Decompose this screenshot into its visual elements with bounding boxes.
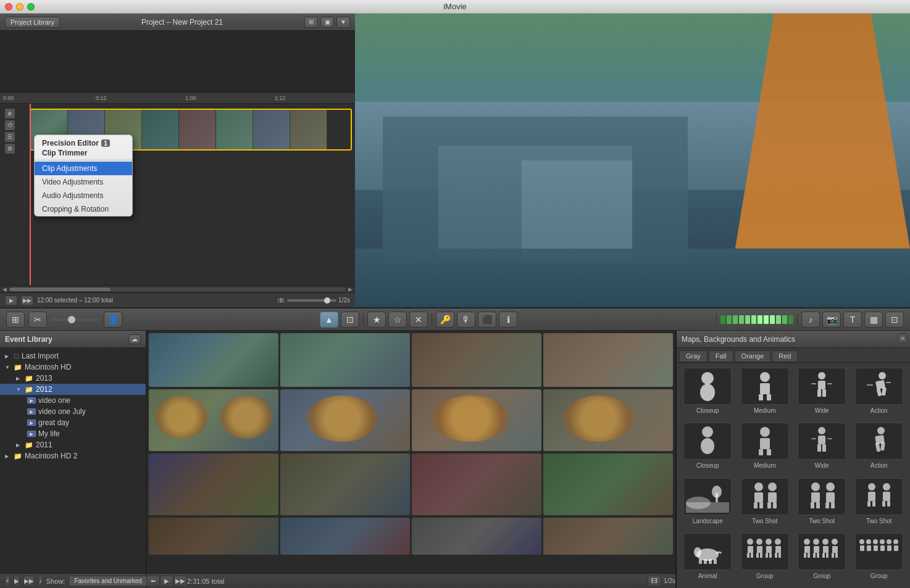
- tree-item-2013[interactable]: ▶ 📁 2013: [0, 373, 146, 384]
- clip-prev-button[interactable]: ⬅: [146, 576, 160, 587]
- play-button[interactable]: ▶: [5, 296, 17, 305]
- clip-item-1-3[interactable]: [412, 333, 541, 387]
- view-toggle-1[interactable]: ⊞: [304, 17, 318, 28]
- music-button[interactable]: ♪: [801, 312, 820, 328]
- add-button[interactable]: +: [5, 576, 10, 587]
- svg-point-24: [818, 427, 825, 434]
- anim-item-medium-2[interactable]: Medium: [739, 423, 791, 473]
- tree-item-macintosh-hd-2[interactable]: ▶ 📁 Macintosh HD 2: [0, 450, 146, 462]
- size-slider[interactable]: [51, 318, 100, 321]
- crop-tool[interactable]: ⊡: [341, 312, 359, 328]
- clip-item-2-1[interactable]: [149, 389, 278, 451]
- anim-item-group-2[interactable]: Group: [796, 533, 848, 583]
- context-item-clip-adjustments[interactable]: Clip Adjustments: [35, 162, 132, 175]
- clip-item-2-2[interactable]: [280, 389, 410, 451]
- maximize-button[interactable]: [27, 3, 35, 10]
- tree-item-2011[interactable]: ▶ 📁 2011: [0, 439, 146, 450]
- anim-item-two-shot-3[interactable]: Two Shot: [853, 478, 906, 528]
- tree-item-great-day[interactable]: ▶ great day: [0, 417, 146, 428]
- person-view-button[interactable]: 👤: [104, 312, 122, 328]
- play2-footer-button[interactable]: ▶▶: [23, 576, 35, 587]
- clip-item-4-4[interactable]: [543, 518, 673, 555]
- timeline-icon-4[interactable]: ⚙: [5, 144, 15, 154]
- clip-item-3-3[interactable]: [412, 453, 541, 515]
- svg-point-58: [883, 483, 890, 491]
- tree-item-video-one[interactable]: ▶ video one: [0, 395, 146, 406]
- favorite-tool[interactable]: ★: [367, 312, 386, 328]
- anim-item-landscape[interactable]: Landscape: [682, 478, 734, 528]
- unfavorite-tool[interactable]: ☆: [388, 312, 407, 328]
- svg-rect-90: [813, 553, 816, 558]
- svg-rect-23: [767, 449, 771, 455]
- cat-tab-gray[interactable]: Gray: [679, 350, 708, 362]
- anim-item-two-shot-1[interactable]: Two Shot: [739, 478, 791, 528]
- context-item-audio-adjustments[interactable]: Audio Adjustments: [35, 189, 132, 202]
- theme-button[interactable]: ▦: [864, 312, 883, 328]
- clip-play-button[interactable]: ▶: [160, 576, 173, 587]
- clip-item-2-3[interactable]: [412, 389, 541, 451]
- speed-slider[interactable]: [287, 299, 336, 302]
- clip-item-3-1[interactable]: [149, 453, 278, 515]
- clip-item-1-2[interactable]: [280, 333, 410, 387]
- anim-item-medium-1[interactable]: Medium: [739, 368, 791, 418]
- clip-item-3-4[interactable]: [543, 453, 673, 515]
- pointer-tool[interactable]: ▲: [320, 312, 338, 328]
- event-library-cloud-icon[interactable]: ☁: [128, 334, 141, 344]
- cat-tab-fall[interactable]: Fall: [709, 350, 733, 362]
- timeline-icon-3[interactable]: ☰: [5, 132, 15, 142]
- tree-item-last-import[interactable]: ▶ ☐ Last Import: [0, 350, 146, 362]
- play-full-button[interactable]: ▶▶: [21, 296, 33, 305]
- clip-item-4-2[interactable]: [280, 518, 410, 555]
- view-toggle-3[interactable]: ▼: [336, 17, 350, 28]
- title-button[interactable]: T: [843, 312, 862, 328]
- clip-item-2-4[interactable]: [543, 389, 673, 451]
- clip-item-1-1[interactable]: [149, 333, 278, 387]
- photo-button[interactable]: 📷: [822, 312, 841, 328]
- anim-item-two-shot-2[interactable]: Two Shot: [796, 478, 848, 528]
- show-dropdown[interactable]: Favorites and Unmarked All Clips Favorit…: [69, 576, 155, 586]
- context-item-video-adjustments[interactable]: Video Adjustments: [35, 175, 132, 189]
- clip-speed-icon[interactable]: 🎞: [648, 576, 661, 587]
- timeline-icon-1[interactable]: ⊕: [5, 109, 15, 118]
- key-tool[interactable]: 🔑: [436, 312, 454, 328]
- anim-item-animal[interactable]: Animal: [682, 533, 734, 583]
- cat-tab-orange[interactable]: Orange: [735, 350, 771, 362]
- anim-item-group-3[interactable]: Group: [853, 533, 906, 583]
- anim-item-closeup-1[interactable]: Closeup: [682, 368, 734, 418]
- anim-thumb-group-2: [798, 533, 846, 570]
- play-footer-button[interactable]: ▶: [14, 576, 20, 587]
- view-toggle-2[interactable]: ▣: [320, 17, 334, 28]
- music-footer-button[interactable]: ♪: [38, 576, 43, 587]
- edit-mode-button[interactable]: ✂: [28, 312, 47, 328]
- anim-item-closeup-2[interactable]: Closeup: [682, 423, 734, 473]
- minimize-button[interactable]: [16, 3, 23, 10]
- reject-tool[interactable]: ✕: [409, 312, 428, 328]
- anim-item-action-1[interactable]: Action: [853, 368, 906, 418]
- context-item-cropping-rotation[interactable]: Cropping & Rotation: [35, 202, 132, 216]
- anim-item-wide-2[interactable]: Wide: [796, 423, 848, 473]
- right-panel-close-button[interactable]: ✕: [898, 333, 908, 343]
- timeline-scrollbar[interactable]: [9, 288, 346, 291]
- cat-tab-red[interactable]: Red: [772, 350, 798, 362]
- view-mode-button[interactable]: ⊞: [6, 312, 25, 328]
- clip-item-1-4[interactable]: [543, 333, 673, 387]
- info-tool[interactable]: ℹ: [499, 312, 517, 328]
- anim-item-wide-1[interactable]: Wide: [796, 368, 848, 418]
- tree-item-macintosh-hd[interactable]: ▼ 📁 Macintosh HD: [0, 362, 146, 373]
- tree-item-video-one-july[interactable]: ▶ video one July: [0, 406, 146, 417]
- clip-item-4-1[interactable]: [149, 518, 278, 555]
- tree-item-my-life[interactable]: ▶ My life: [0, 428, 146, 439]
- tree-item-2012[interactable]: ▼ 📁 2012: [0, 384, 146, 395]
- clip-frame-8: [290, 110, 327, 149]
- trim-tool[interactable]: ⬛: [478, 312, 496, 328]
- anim-item-group-1[interactable]: Group: [739, 533, 791, 583]
- voice-tool[interactable]: 🎙: [457, 312, 475, 328]
- close-button[interactable]: [5, 3, 12, 10]
- timeline-icon-2[interactable]: ⏱: [5, 120, 15, 130]
- project-library-button[interactable]: Project Library: [5, 17, 60, 28]
- clip-item-3-2[interactable]: [280, 453, 410, 515]
- anim-item-action-2[interactable]: Action: [853, 423, 906, 473]
- clip-item-4-3[interactable]: [412, 518, 541, 555]
- transitions-button[interactable]: ⊡: [885, 312, 904, 328]
- clip-next-button[interactable]: ▶▶: [173, 576, 187, 587]
